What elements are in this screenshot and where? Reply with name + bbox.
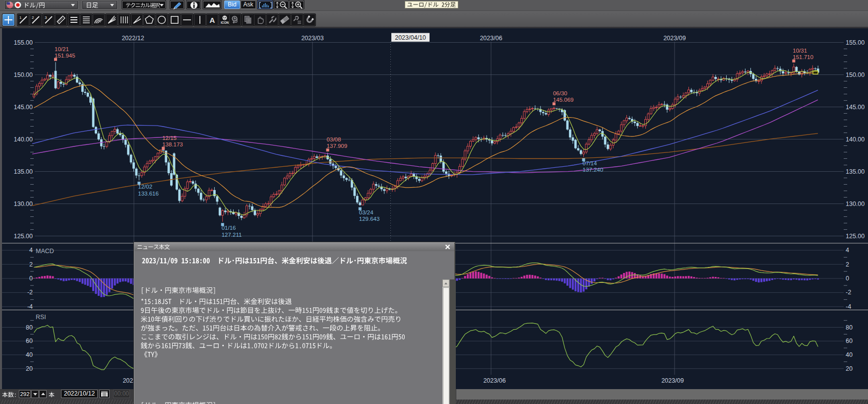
svg-text:145.069: 145.069 <box>553 97 574 103</box>
svg-text:-4: -4 <box>846 303 851 310</box>
svg-text:60: 60 <box>846 337 853 344</box>
svg-text:07/14: 07/14 <box>583 160 597 166</box>
svg-text:2023/09: 2023/09 <box>661 377 683 384</box>
svg-text:151.710: 151.710 <box>793 54 813 60</box>
svg-text:150.00: 150.00 <box>846 71 865 78</box>
svg-text:3: 3 <box>45 15 47 20</box>
svg-text:2: 2 <box>29 261 33 268</box>
svg-text:03/08: 03/08 <box>327 136 341 142</box>
svg-text:80: 80 <box>846 324 853 331</box>
svg-text:127.211: 127.211 <box>222 232 242 238</box>
svg-text:0: 0 <box>846 275 849 282</box>
svg-text:-4: -4 <box>27 303 33 310</box>
svg-text:140.00: 140.00 <box>846 136 865 143</box>
svg-text:12/02: 12/02 <box>138 184 152 190</box>
svg-text:20: 20 <box>26 365 33 372</box>
svg-text:2023/06: 2023/06 <box>483 377 505 384</box>
svg-text:MACD: MACD <box>36 248 54 255</box>
svg-text:125.00: 125.00 <box>846 233 865 240</box>
svg-text:A: A <box>210 16 215 24</box>
svg-text:155.00: 155.00 <box>14 39 33 46</box>
svg-text:155.00: 155.00 <box>846 39 865 46</box>
svg-text:60: 60 <box>26 337 33 344</box>
svg-text:2: 2 <box>32 15 34 20</box>
svg-text:10/31: 10/31 <box>793 48 807 54</box>
svg-text:150.00: 150.00 <box>14 71 33 78</box>
svg-text:2: 2 <box>846 261 849 268</box>
svg-text:ICON: ICON <box>221 21 229 24</box>
svg-text:130.00: 130.00 <box>846 201 865 207</box>
svg-text:135.00: 135.00 <box>14 168 33 175</box>
svg-text:-2: -2 <box>27 289 33 296</box>
svg-text:2022/12: 2022/12 <box>122 35 144 42</box>
svg-text:2023/03: 2023/03 <box>301 35 323 42</box>
svg-text:1: 1 <box>19 15 22 20</box>
svg-text:40: 40 <box>846 351 853 358</box>
svg-text:140.00: 140.00 <box>14 136 33 143</box>
svg-text:137.240: 137.240 <box>583 167 604 173</box>
svg-text:138.173: 138.173 <box>162 141 183 147</box>
svg-text:130.00: 130.00 <box>14 201 33 207</box>
svg-text:RSI: RSI <box>36 314 46 321</box>
svg-text:137.909: 137.909 <box>327 143 348 149</box>
svg-text:151.945: 151.945 <box>55 53 75 59</box>
svg-text:4: 4 <box>29 247 33 254</box>
svg-text:145.00: 145.00 <box>846 104 865 111</box>
svg-text:10/21: 10/21 <box>55 46 69 52</box>
svg-text:20: 20 <box>846 365 853 372</box>
svg-text:03/24: 03/24 <box>359 209 373 215</box>
svg-text:06/30: 06/30 <box>553 90 567 96</box>
svg-text:-2: -2 <box>846 289 851 296</box>
svg-text:40: 40 <box>26 351 33 358</box>
svg-text:12/15: 12/15 <box>162 135 177 141</box>
svg-text:2023/09: 2023/09 <box>663 35 685 42</box>
svg-text:0: 0 <box>29 275 33 282</box>
svg-text:129.643: 129.643 <box>359 216 380 222</box>
svg-text:125.00: 125.00 <box>14 233 33 240</box>
svg-text:2023/06: 2023/06 <box>480 35 502 42</box>
svg-text:145.00: 145.00 <box>14 104 33 111</box>
svg-text:4: 4 <box>846 247 849 254</box>
svg-text:135.00: 135.00 <box>846 168 865 175</box>
svg-text:133.616: 133.616 <box>138 191 159 197</box>
svg-text:01/16: 01/16 <box>222 225 236 231</box>
svg-text:80: 80 <box>26 324 33 331</box>
svg-text:2023/04/10: 2023/04/10 <box>395 34 426 41</box>
